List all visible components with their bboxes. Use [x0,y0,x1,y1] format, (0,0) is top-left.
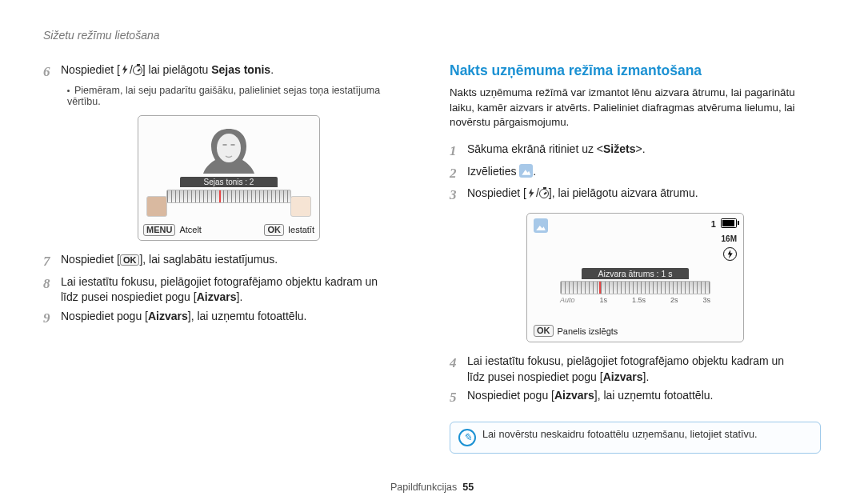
step-number: 7 [43,252,61,271]
right-column: Nakts uzņēmuma režīma izmantošana Nakts … [450,62,821,454]
lcd2-status-bar: 1 [534,218,737,229]
two-column-layout: 6 Nospiediet [/] lai pielāgotu Sejas ton… [43,62,821,454]
section-heading: Nakts uzņēmuma režīma izmantošana [450,62,821,79]
shutter-speed-label: Aizvara ātrums : 1 s [582,268,689,279]
step-text: Nospiediet pogu [Aizvars], lai uzņemtu f… [467,388,821,404]
manual-page: Sižetu režīmu lietošana 6 Nospiediet [/]… [0,0,864,504]
face-tone-label: Sejas tonis : 2 [180,177,278,187]
step-text: Nospiediet [/], lai pielāgotu aizvara āt… [467,186,821,202]
resolution-label: 16M [722,234,737,243]
flash-icon [120,65,130,74]
flash-icon [526,188,536,198]
shutter-slider [560,281,710,294]
step-7: 7 Nospiediet [OK], lai saglabātu iestatī… [43,252,414,271]
ok-key-label: Iestatīt [288,225,314,234]
step-9: 9 Nospiediet pogu [Aizvars], lai uzņemtu… [43,309,414,328]
step-1: 1 Sākuma ekrānā ritiniet uz <Sižets>. [450,142,821,161]
step-text: Nospiediet [/] lai pielāgotu Sejas tonis… [61,62,414,78]
lcd1-toolbar: MENU Atcelt OK Iestatīt [143,224,314,236]
footer-section: Papildfunkcijas [390,482,457,493]
step-4: 4 Lai iestatītu fokusu, pielāgojiet foto… [450,354,821,385]
page-number: 55 [462,482,474,493]
step-2: 2 Izvēlieties . [450,164,821,183]
step-number: 1 [450,142,467,161]
thumb-after [290,196,311,217]
camera-lcd-1: Sejas tonis : 2 MENU Atcelt OK I [138,115,320,241]
ok-key-inline: OK [120,254,140,266]
bullet-icon [67,90,70,92]
scene-mode-icon [519,164,533,178]
ok-key: OK [534,325,554,337]
section-intro: Nakts uzņēmuma režīmā var izmantot lēnu … [450,86,821,130]
step-number: 3 [450,186,467,205]
info-icon: ✎ [458,429,476,446]
thumb-row [146,196,311,217]
figure-face-tone: Sejas tonis : 2 MENU Atcelt OK I [43,115,414,241]
step-6-note: Piemēram, lai seju padarītu gaišāku, pal… [67,85,414,107]
camera-lcd-2: 1 16M Aizvara ātrums : 1 s Auto 1s 1.5s … [526,213,744,342]
page-footer: Papildfunkcijas 55 [0,482,864,493]
tip-note: ✎ Lai novērstu neskaidru fotoattēlu uzņe… [450,422,821,454]
ok-key: OK [264,224,284,236]
step-number: 9 [43,309,61,328]
step-text: Nospiediet [OK], lai saglabātu iestatīju… [61,252,414,268]
step-text: Sākuma ekrānā ritiniet uz <Sižets>. [467,142,821,158]
menu-key: MENU [143,224,175,236]
step-number: 8 [43,274,61,294]
timer-icon [133,66,142,75]
lcd2-toolbar: OK Panelis izslēgts [534,325,618,337]
svg-point-0 [217,134,241,162]
step-text: Lai iestatītu fokusu, pielāgojiet fotogr… [467,354,821,385]
shots-left: 1 [711,219,716,229]
step-number: 5 [450,388,467,407]
shutter-ticks: Auto 1s 1.5s 2s 3s [560,296,710,304]
step-number: 2 [450,164,467,183]
ok-key-label: Panelis izslēgts [558,326,618,336]
step-8: 8 Lai iestatītu fokusu, pielāgojiet foto… [43,274,414,306]
step-text: Nospiediet pogu [Aizvars], lai uzņemtu f… [61,309,414,325]
flash-mode-icon [723,247,737,261]
step-text: Izvēlieties . [467,164,821,180]
tip-text: Lai novērstu neskaidru fotoattēlu uzņemš… [482,429,757,440]
step-number: 4 [450,354,467,373]
step-number: 6 [43,62,61,82]
battery-icon [721,218,737,228]
timer-icon [539,189,549,198]
thumb-before [146,196,167,217]
left-column: 6 Nospiediet [/] lai pielāgotu Sejas ton… [43,62,414,454]
menu-key-label: Atcelt [179,225,202,234]
figure-shutter-speed: 1 16M Aizvara ātrums : 1 s Auto 1s 1.5s … [450,213,821,342]
step-5: 5 Nospiediet pogu [Aizvars], lai uzņemtu… [450,388,821,407]
step-text: Lai iestatītu fokusu, pielāgojiet fotogr… [61,274,414,306]
step-6: 6 Nospiediet [/] lai pielāgotu Sejas ton… [43,62,414,82]
step-3: 3 Nospiediet [/], lai pielāgotu aizvara … [450,186,821,205]
page-header: Sižetu režīmu lietošana [43,29,821,42]
